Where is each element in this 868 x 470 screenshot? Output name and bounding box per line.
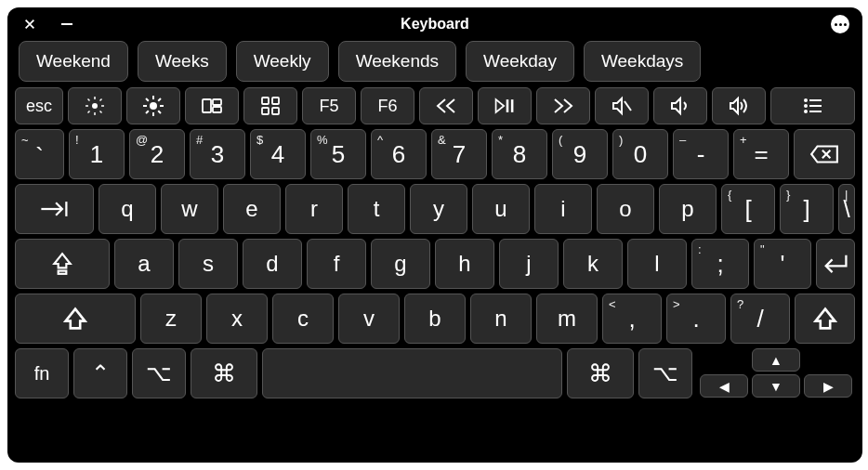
key-o[interactable]: o — [597, 184, 654, 234]
key-k[interactable]: k — [563, 239, 623, 289]
key-c[interactable]: c — [272, 294, 334, 344]
key-bracket-left[interactable]: {[ — [721, 184, 775, 234]
key-command-left[interactable]: ⌘ — [191, 348, 257, 398]
tab-icon — [39, 201, 71, 217]
svg-rect-21 — [262, 98, 269, 104]
key-arrow-right[interactable]: ▶ — [804, 374, 852, 398]
key-brightness-down[interactable] — [68, 87, 122, 124]
key-4[interactable]: $4 — [250, 129, 306, 179]
close-icon[interactable] — [20, 15, 39, 33]
key-q[interactable]: q — [99, 184, 156, 234]
key-fast-forward[interactable] — [536, 87, 590, 124]
suggestion-item[interactable]: Weekday — [466, 41, 574, 82]
key-e[interactable]: e — [223, 184, 281, 234]
svg-rect-31 — [809, 105, 822, 107]
key-minus[interactable]: –- — [673, 129, 729, 179]
key-n[interactable]: n — [470, 294, 532, 344]
key-2[interactable]: @2 — [129, 129, 185, 179]
svg-point-30 — [804, 104, 808, 108]
key-f5[interactable]: F5 — [302, 87, 356, 124]
key-volume-down[interactable] — [653, 87, 707, 124]
key-arrow-down[interactable]: ▼ — [752, 374, 800, 398]
key-f[interactable]: f — [307, 239, 366, 289]
key-l[interactable]: l — [627, 239, 687, 289]
key-backspace[interactable] — [794, 129, 855, 179]
suggestion-item[interactable]: Weekdays — [584, 41, 701, 82]
key-launchpad[interactable] — [243, 87, 297, 124]
volume-down-icon — [669, 95, 691, 117]
key-m[interactable]: m — [536, 294, 598, 344]
key-f6[interactable]: F6 — [361, 87, 414, 124]
key-d[interactable]: d — [243, 239, 302, 289]
key-mission-control[interactable] — [185, 87, 239, 124]
key-y[interactable]: y — [410, 184, 467, 234]
key-8[interactable]: *8 — [492, 129, 547, 179]
key-command-right[interactable]: ⌘ — [567, 348, 634, 398]
titlebar: Keyboard — [15, 11, 855, 37]
key-list[interactable] — [770, 87, 855, 124]
key-period[interactable]: >. — [666, 294, 726, 344]
key-3[interactable]: #3 — [190, 129, 245, 179]
key-z[interactable]: z — [140, 294, 202, 344]
key-bracket-right[interactable]: }] — [780, 184, 834, 234]
key-9[interactable]: (9 — [552, 129, 608, 179]
more-options-icon[interactable] — [831, 15, 849, 33]
suggestion-item[interactable]: Weekend — [19, 41, 128, 82]
key-play-pause[interactable] — [478, 87, 532, 124]
suggestion-item[interactable]: Weekends — [338, 41, 456, 82]
key-i[interactable]: i — [534, 184, 592, 234]
key-quote[interactable]: "' — [754, 239, 811, 289]
key-1[interactable]: !1 — [69, 129, 125, 179]
key-volume-up[interactable] — [712, 87, 766, 124]
key-rewind[interactable] — [419, 87, 473, 124]
key-arrow-left[interactable]: ◀ — [700, 374, 748, 398]
key-j[interactable]: j — [499, 239, 559, 289]
suggestion-item[interactable]: Weekly — [236, 41, 329, 82]
svg-point-32 — [804, 110, 808, 113]
key-t[interactable]: t — [348, 184, 405, 234]
key-u[interactable]: u — [472, 184, 530, 234]
key-return[interactable] — [816, 239, 855, 289]
key-space[interactable] — [262, 348, 562, 398]
key-slash[interactable]: ?/ — [730, 294, 790, 344]
svg-rect-19 — [213, 99, 221, 105]
svg-rect-36 — [59, 271, 67, 274]
shift-icon — [63, 307, 87, 331]
key-shift-right[interactable] — [795, 294, 855, 344]
key-tab[interactable] — [15, 184, 94, 234]
suggestion-item[interactable]: Weeks — [138, 41, 227, 82]
key-fn[interactable]: fn — [15, 348, 69, 398]
key-b[interactable]: b — [404, 294, 466, 344]
key-6[interactable]: ^6 — [371, 129, 427, 179]
key-a[interactable]: a — [114, 239, 174, 289]
key-h[interactable]: h — [435, 239, 494, 289]
minimize-icon[interactable] — [58, 15, 76, 33]
key-escape[interactable]: esc — [15, 87, 63, 124]
key-control[interactable]: ⌃ — [73, 348, 127, 398]
key-backtick[interactable]: ~ ` — [15, 129, 64, 179]
key-brightness-up[interactable] — [126, 87, 180, 124]
key-equals[interactable]: += — [733, 129, 789, 179]
key-0[interactable]: )0 — [612, 129, 668, 179]
key-mute[interactable] — [595, 87, 649, 124]
key-p[interactable]: p — [659, 184, 717, 234]
key-g[interactable]: g — [371, 239, 430, 289]
key-shift-left[interactable] — [15, 294, 136, 344]
key-5[interactable]: %5 — [310, 129, 366, 179]
keyboard-grid: esc F5 F6 — [15, 87, 855, 400]
key-s[interactable]: s — [178, 239, 238, 289]
play-pause-icon — [493, 95, 516, 117]
key-arrow-up[interactable]: ▲ — [752, 348, 800, 372]
key-backslash[interactable]: |\ — [838, 184, 855, 234]
key-comma[interactable]: <, — [602, 294, 662, 344]
key-7[interactable]: &7 — [431, 129, 487, 179]
key-semicolon[interactable]: :; — [691, 239, 749, 289]
key-x[interactable]: x — [206, 294, 268, 344]
key-caps-lock[interactable] — [15, 239, 110, 289]
key-option-right[interactable]: ⌥ — [638, 348, 692, 398]
mission-control-icon — [201, 95, 223, 117]
key-option-left[interactable]: ⌥ — [132, 348, 186, 398]
key-w[interactable]: w — [161, 184, 218, 234]
key-v[interactable]: v — [338, 294, 400, 344]
key-r[interactable]: r — [285, 184, 343, 234]
